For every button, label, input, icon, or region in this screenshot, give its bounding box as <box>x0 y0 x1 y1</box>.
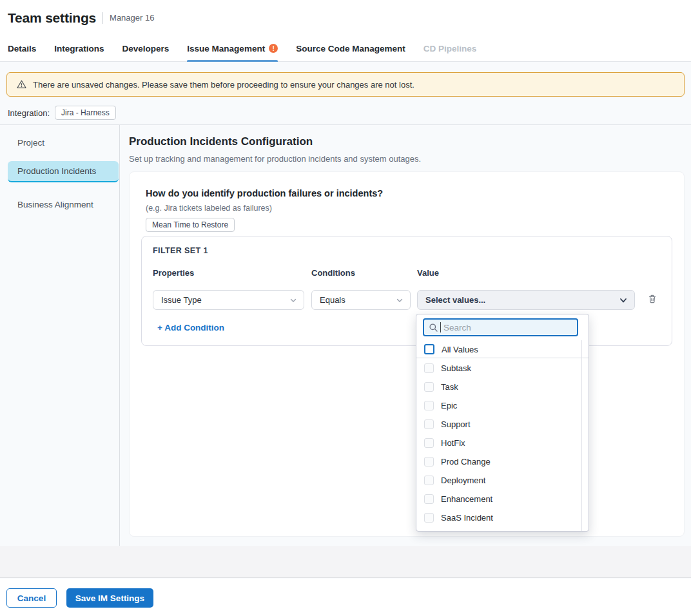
chevron-down-icon <box>396 296 404 304</box>
checkbox[interactable] <box>424 344 434 354</box>
option-support[interactable]: Support <box>416 415 589 434</box>
section-subtitle: Set up tracking and management for produ… <box>129 154 421 164</box>
page-subtitle: Manager 16 <box>110 13 154 23</box>
warning-badge-icon: ! <box>269 44 278 53</box>
checkbox[interactable] <box>424 363 434 373</box>
column-header-value: Value <box>417 268 439 278</box>
warning-triangle-icon <box>16 79 27 90</box>
column-header-conditions: Conditions <box>311 268 355 278</box>
checkbox[interactable] <box>424 401 434 410</box>
sidebar-item-business-alignment[interactable]: Business Alignment <box>8 195 119 214</box>
option-saas-incident[interactable]: SaaS Incident <box>416 508 589 527</box>
option-customer-notification[interactable]: Customer Notification <box>416 527 589 532</box>
search-icon <box>429 323 438 332</box>
cancel-button[interactable]: Cancel <box>6 588 57 608</box>
config-question: How do you identify production failures … <box>146 188 383 198</box>
section-title: Production Incidents Configuration <box>129 135 313 148</box>
trash-icon <box>647 293 658 305</box>
footer-strip <box>0 546 691 578</box>
integration-label: Integration: <box>8 108 50 118</box>
sidebar-item-project[interactable]: Project <box>8 133 119 152</box>
option-prod-change[interactable]: Prod Change <box>416 452 589 471</box>
option-epic[interactable]: Epic <box>416 396 589 415</box>
condition-select[interactable]: Equals <box>311 290 411 310</box>
tab-issue-management[interactable]: Issue Management ! <box>187 35 278 61</box>
incidents-config-card: How do you identify production failures … <box>129 171 685 537</box>
save-im-settings-button[interactable]: Save IM Settings <box>66 588 153 608</box>
config-hint: (e.g. Jira tickets labeled as failures) <box>146 204 272 213</box>
sidebar-item-production-incidents[interactable]: Production Incidents <box>8 161 119 182</box>
checkbox[interactable] <box>424 513 434 523</box>
tab-bar: Details Integrations Developers Issue Ma… <box>0 35 691 62</box>
settings-sidebar: Project Production Incidents Business Al… <box>0 125 120 546</box>
column-header-properties: Properties <box>153 268 194 278</box>
page-title: Team settings <box>8 10 96 26</box>
option-all-values[interactable]: All Values <box>416 341 589 358</box>
banner-text: There are unsaved changes. Please save t… <box>33 80 414 90</box>
dropdown-option-list: Subtask Task Epic Support HotFix Prod Ch… <box>416 359 589 532</box>
checkbox[interactable] <box>424 438 434 448</box>
delete-filter-button[interactable] <box>647 293 659 306</box>
title-divider <box>102 12 103 24</box>
option-task[interactable]: Task <box>416 378 589 396</box>
value-select-dropdown: All Values Subtask Task Epic Support Hot… <box>416 314 589 532</box>
tab-developers[interactable]: Developers <box>122 35 170 61</box>
value-select[interactable]: Select values... <box>417 290 635 310</box>
unsaved-changes-banner: There are unsaved changes. Please save t… <box>6 72 685 97</box>
checkbox[interactable] <box>424 457 434 467</box>
option-enhancement[interactable]: Enhancement <box>416 490 589 508</box>
tab-integrations[interactable]: Integrations <box>54 35 104 61</box>
integration-chip[interactable]: Jira - Harness <box>55 106 116 120</box>
checkbox[interactable] <box>424 476 434 485</box>
search-input[interactable] <box>443 323 560 332</box>
checkbox[interactable] <box>424 382 434 392</box>
chevron-down-icon <box>289 296 297 304</box>
tab-source-code-management[interactable]: Source Code Management <box>296 35 405 61</box>
checkbox[interactable] <box>424 419 434 429</box>
text-cursor <box>440 322 441 332</box>
page-header: Team settings Manager 16 <box>0 0 691 35</box>
integration-row: Integration: Jira - Harness <box>8 106 116 120</box>
tab-cd-pipelines: CD Pipelines <box>423 35 477 61</box>
filter-set-card: FILTER SET 1 Properties Conditions Value… <box>141 236 672 346</box>
team-settings-page: Team settings Manager 16 Details Integra… <box>0 0 691 616</box>
option-subtask[interactable]: Subtask <box>416 359 589 378</box>
dropdown-search[interactable] <box>423 318 578 336</box>
dropdown-scrollbar[interactable] <box>581 340 589 531</box>
metric-chip[interactable]: Mean Time to Restore <box>146 218 235 232</box>
add-condition-button[interactable]: + Add Condition <box>157 323 224 332</box>
footer-bar: Cancel Save IM Settings <box>0 579 691 616</box>
chevron-down-icon <box>619 296 628 305</box>
option-deployment[interactable]: Deployment <box>416 471 589 490</box>
property-select[interactable]: Issue Type <box>153 290 304 310</box>
option-hotfix[interactable]: HotFix <box>416 434 589 452</box>
checkbox[interactable] <box>424 494 434 504</box>
filter-set-title: FILTER SET 1 <box>153 246 208 255</box>
tab-details[interactable]: Details <box>8 35 36 61</box>
